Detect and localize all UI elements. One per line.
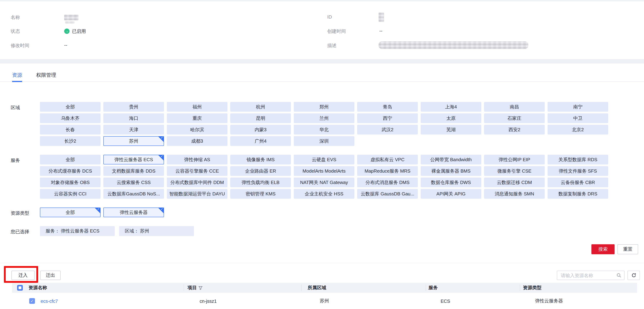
service-option[interactable]: 智能数据湖运营平台 DAYU ✓ bbox=[167, 189, 228, 199]
region-option[interactable]: 上海4 ✓ bbox=[421, 102, 481, 112]
region-option[interactable]: 重庆 ✓ bbox=[167, 114, 228, 123]
resource-type-option[interactable]: 全部 ✓ bbox=[40, 208, 100, 217]
region-option[interactable]: 昆明 ✓ bbox=[230, 114, 291, 123]
table-row[interactable]: ✓ ecs-cfc7 cn-jssz1 苏州 ECS 弹性云服务器 bbox=[24, 293, 644, 309]
region-option[interactable]: 兰州 ✓ bbox=[294, 114, 354, 123]
region-option[interactable]: 长春 ✓ bbox=[40, 125, 100, 134]
service-option-label: 云容器引擎服务 CCE bbox=[176, 168, 219, 174]
search-button[interactable]: 搜索 bbox=[592, 244, 614, 254]
region-option[interactable]: 乌鲁木齐 ✓ bbox=[40, 114, 100, 123]
service-option[interactable]: 弹性云服务器 ECS ✓ bbox=[104, 155, 164, 164]
region-option[interactable]: 贵州 ✓ bbox=[104, 102, 164, 112]
region-option[interactable]: 海口 ✓ bbox=[104, 114, 164, 123]
region-option[interactable]: 杭州 ✓ bbox=[230, 102, 291, 112]
service-option[interactable]: 文档数据库服务 DDS ✓ bbox=[104, 166, 164, 176]
service-option[interactable]: 云数据迁移 CDM ✓ bbox=[484, 178, 545, 187]
service-option[interactable]: 弹性文件服务 SFS ✓ bbox=[548, 166, 608, 176]
service-option[interactable]: 对象存储服务 OBS ✓ bbox=[40, 178, 100, 187]
service-option[interactable]: 企业主机安全 HSS ✓ bbox=[294, 189, 354, 199]
service-option[interactable]: 镜像服务 IMS ✓ bbox=[230, 155, 291, 164]
region-option[interactable]: 石家庄 ✓ bbox=[484, 114, 545, 123]
service-option[interactable]: 裸金属服务器 BMS ✓ bbox=[421, 166, 481, 176]
service-option[interactable]: 云搜索服务 CSS ✓ bbox=[104, 178, 164, 187]
region-option[interactable]: 郑州 ✓ bbox=[294, 102, 354, 112]
region-option-label: 西宁 bbox=[383, 115, 392, 122]
region-option-label: 芜湖 bbox=[446, 126, 456, 133]
migrate-out-button[interactable]: 迁出 bbox=[40, 271, 60, 280]
service-option-label: 微服务引擎 CSE bbox=[498, 168, 532, 174]
resource-type-option[interactable]: 弹性云服务器 ✓ bbox=[104, 208, 164, 217]
region-option[interactable]: 长沙2 ✓ bbox=[40, 136, 100, 146]
region-option[interactable]: 芜湖 ✓ bbox=[421, 125, 481, 134]
service-option[interactable]: 公网带宽 Bandwidth ✓ bbox=[421, 155, 481, 164]
region-option[interactable]: 青岛 ✓ bbox=[357, 102, 418, 112]
region-option[interactable]: 太原 ✓ bbox=[421, 114, 481, 123]
region-option[interactable]: 华北 ✓ bbox=[294, 125, 354, 134]
region-option[interactable]: 内蒙3 ✓ bbox=[230, 125, 291, 134]
region-option[interactable]: 西安2 ✓ bbox=[484, 125, 545, 134]
column-type: 资源类型 bbox=[523, 283, 542, 293]
row-checkbox-cell[interactable]: ✓ bbox=[29, 293, 35, 309]
service-option[interactable]: 虚拟私有云 VPC ✓ bbox=[357, 155, 418, 164]
service-option[interactable]: 弹性公网IP EIP ✓ bbox=[484, 155, 545, 164]
select-all-checkbox[interactable] bbox=[17, 283, 23, 293]
reset-button[interactable]: 重置 bbox=[618, 244, 638, 254]
service-option[interactable]: 全部 ✓ bbox=[40, 155, 100, 164]
service-option[interactable]: NAT网关 NAT Gateway ✓ bbox=[294, 178, 354, 187]
service-option[interactable]: 消息通知服务 SMN ✓ bbox=[484, 189, 545, 199]
region-option[interactable]: 武汉2 ✓ bbox=[357, 125, 418, 134]
service-option[interactable]: API网关 APIG ✓ bbox=[421, 189, 481, 199]
region-option[interactable]: 成都3 ✓ bbox=[167, 136, 228, 146]
service-option-label: 弹性文件服务 SFS bbox=[559, 168, 597, 174]
service-option[interactable]: 密钥管理 KMS ✓ bbox=[230, 189, 291, 199]
region-option[interactable]: 全部 ✓ bbox=[40, 102, 100, 112]
page: 名称 状态 → 已启用 修改时间 -- ID 创建时间 -- 描述 资源 权限管… bbox=[0, 0, 644, 309]
service-option[interactable]: 关系型数据库 RDS ✓ bbox=[548, 155, 608, 164]
service-option[interactable]: 分布式消息服务 DMS ✓ bbox=[357, 178, 418, 187]
region-option[interactable]: 西宁 ✓ bbox=[357, 114, 418, 123]
column-divider bbox=[520, 284, 520, 291]
region-option[interactable]: 天津 ✓ bbox=[104, 125, 164, 134]
service-option[interactable]: 分布式缓存服务 DCS ✓ bbox=[40, 166, 100, 176]
search-icon[interactable] bbox=[616, 273, 621, 278]
service-option[interactable]: 微服务引擎 CSE ✓ bbox=[484, 166, 545, 176]
service-option[interactable]: 企业路由器 ER ✓ bbox=[230, 166, 291, 176]
service-option[interactable]: ModelArts ModelArts ✓ bbox=[294, 166, 354, 176]
region-option[interactable]: 南宁 ✓ bbox=[548, 102, 608, 112]
service-option[interactable]: 分布式数据库中间件 DDM ✓ bbox=[167, 178, 228, 187]
region-option[interactable]: 深圳 ✓ bbox=[294, 136, 354, 146]
tab-resource[interactable]: 资源 bbox=[12, 72, 22, 78]
service-option-label: 虚拟私有云 VPC bbox=[370, 156, 404, 163]
service-option[interactable]: 弹性负载均衡 ELB ✓ bbox=[230, 178, 291, 187]
service-option[interactable]: 数据复制服务 DRS ✓ bbox=[548, 189, 608, 199]
resource-name-link[interactable]: ecs-cfc7 bbox=[41, 298, 58, 304]
row-checkbox[interactable]: ✓ bbox=[29, 298, 35, 304]
filter-funnel-icon[interactable] bbox=[198, 286, 202, 290]
service-option[interactable]: 数据仓库服务 DWS ✓ bbox=[421, 178, 481, 187]
tab-permission[interactable]: 权限管理 bbox=[36, 72, 56, 78]
region-option[interactable]: 南昌 ✓ bbox=[484, 102, 545, 112]
region-option[interactable]: 北京2 ✓ bbox=[548, 125, 608, 134]
region-option[interactable]: 哈尔滨 ✓ bbox=[167, 125, 228, 134]
region-option[interactable]: 苏州 ✓ bbox=[104, 136, 164, 146]
resource-search-input[interactable] bbox=[557, 273, 616, 278]
column-divider bbox=[426, 284, 426, 291]
region-option[interactable]: 广州4 ✓ bbox=[230, 136, 291, 146]
region-option[interactable]: 福州 ✓ bbox=[167, 102, 228, 112]
service-option[interactable]: 云数据库 GaussDB Gau... ✓ bbox=[357, 189, 418, 199]
service-option-label: 分布式缓存服务 DCS bbox=[48, 168, 92, 174]
created-label: 创建时间 bbox=[327, 28, 346, 34]
region-option[interactable]: 中卫 ✓ bbox=[548, 114, 608, 123]
service-option[interactable]: 云备份服务 CBR ✓ bbox=[548, 178, 608, 187]
service-option[interactable]: MapReduce服务 MRS ✓ bbox=[357, 166, 418, 176]
refresh-button[interactable] bbox=[628, 271, 640, 280]
region-option-label: 郑州 bbox=[320, 104, 329, 110]
resource-search-box bbox=[557, 271, 624, 280]
service-option[interactable]: 云容器引擎服务 CCE ✓ bbox=[167, 166, 228, 176]
service-option[interactable]: 弹性伸缩 AS ✓ bbox=[167, 155, 228, 164]
service-option[interactable]: 云容器实例 CCI ✓ bbox=[40, 189, 100, 199]
service-option[interactable]: 云硬盘 EVS ✓ bbox=[294, 155, 354, 164]
region-option-label: 全部 bbox=[66, 104, 75, 110]
service-option[interactable]: 云数据库GaussDB NoS... ✓ bbox=[104, 189, 164, 199]
migrate-in-button[interactable]: 迁入 bbox=[12, 271, 34, 280]
